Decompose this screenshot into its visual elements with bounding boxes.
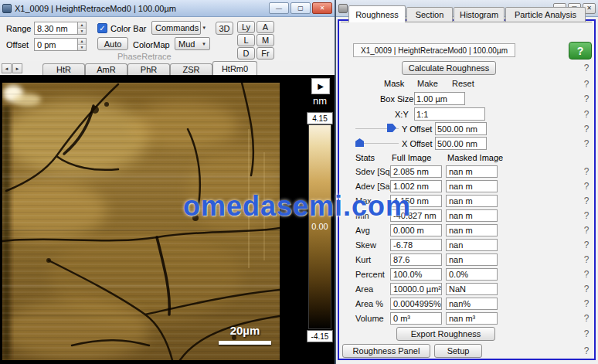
minimize-button[interactable]: —	[269, 2, 289, 14]
commands-dropdown[interactable]: Commands ▼	[151, 21, 201, 35]
source-selector[interactable]: X1_0009 | HeightRetraceMod0 | 100.00µm	[353, 43, 515, 57]
auto-button[interactable]: Auto	[97, 37, 128, 50]
help-icon[interactable]: ?	[581, 94, 592, 104]
stat-masked-value: nan m	[446, 165, 498, 178]
spin-down-icon[interactable]: ▼	[78, 45, 86, 50]
help-icon[interactable]: ?	[581, 225, 592, 236]
spin-up-icon[interactable]: ▲	[78, 22, 86, 29]
maximize-button[interactable]: ▢	[291, 2, 311, 14]
offset-input[interactable]: 0 pm ▲ ▼	[34, 38, 87, 51]
colormap-value: Mud	[178, 39, 195, 49]
tab-htr[interactable]: HtR	[42, 63, 85, 75]
a-button[interactable]: A	[257, 21, 274, 33]
colorbar-max-field[interactable]: 4.15	[307, 112, 333, 124]
help-icon[interactable]: ?	[581, 166, 592, 177]
x-offset-input[interactable]: 500.00 nm	[435, 137, 487, 150]
stat-masked-value: nan%	[446, 298, 498, 310]
stat-row-area-percent: Area % 0.0004995% nan% ?	[336, 298, 594, 311]
range-spinner: ▲ ▼	[77, 22, 86, 34]
stat-full-value: 2.085 nm	[390, 165, 442, 178]
window-icon	[338, 4, 348, 13]
help-icon[interactable]: ?	[581, 313, 592, 324]
play-button[interactable]: ▶	[311, 78, 330, 94]
color-bar-checkbox[interactable]: ✓	[97, 23, 107, 33]
help-icon[interactable]: ?	[581, 328, 592, 339]
box-size-input[interactable]: 1.00 µm	[414, 92, 465, 105]
help-icon[interactable]: ?	[581, 284, 592, 294]
color-bar-label: Color Bar	[110, 24, 146, 33]
colorbar-mid-label: 0.00	[308, 222, 331, 231]
help-icon[interactable]: ?	[581, 63, 592, 73]
offset-spinner: ▲ ▼	[77, 39, 86, 50]
y-offset-input[interactable]: 500.00 nm	[435, 122, 487, 135]
image-window: X1_0009 | HeightRetraceMod0 | 100.00µm —…	[0, 0, 335, 364]
range-label: Range	[6, 24, 31, 33]
roughness-panel-button[interactable]: Roughness Panel	[342, 344, 430, 358]
range-input[interactable]: 8.30 nm ▲ ▼	[34, 22, 87, 35]
offset-value: 0 pm	[35, 39, 77, 50]
make-button[interactable]: Make	[417, 79, 438, 88]
stat-label: Area	[355, 284, 373, 294]
stat-row-percent: Percent 100.0% 0.0% ?	[336, 268, 594, 281]
stat-row-area: Area 10000.0 µm² NaN ?	[336, 283, 594, 296]
d-button[interactable]: D	[237, 47, 255, 60]
help-icon[interactable]: ?	[581, 181, 592, 192]
tab-histogram[interactable]: Histogram	[454, 7, 505, 22]
panel-help-button[interactable]: ?	[569, 42, 592, 60]
ly-button[interactable]: Ly	[237, 21, 255, 33]
image-window-titlebar[interactable]: X1_0009 | HeightRetraceMod0 | 100.00µm —…	[0, 0, 335, 17]
check-icon: ✓	[99, 24, 105, 32]
full-image-header: Full Image	[392, 153, 431, 162]
calculate-roughness-button[interactable]: Calculate Roughness	[402, 61, 496, 75]
commands-label: Commands	[155, 23, 199, 32]
stat-label: Volume	[355, 314, 384, 323]
stat-row-skew: Skew -6.78 nan ?	[336, 239, 594, 252]
m-button[interactable]: M	[257, 34, 274, 46]
xy-input[interactable]: 1:1	[414, 107, 485, 121]
help-icon[interactable]: ?	[581, 109, 592, 120]
l-button[interactable]: L	[237, 34, 255, 46]
spin-up-icon[interactable]: ▲	[78, 39, 86, 45]
stat-label: Skew	[355, 240, 376, 250]
tab-htrm0[interactable]: HtRm0	[212, 61, 257, 75]
stat-full-value: 100.0%	[390, 268, 442, 281]
colorbar-min-field[interactable]: -4.15	[307, 330, 333, 342]
help-icon[interactable]: ?	[581, 254, 592, 265]
stat-masked-value: nan m³	[446, 312, 498, 325]
image-tab-bar: ◄ ► HtR AmR PhR ZSR HtRm0	[0, 61, 335, 75]
masked-image-header: Masked Image	[447, 153, 503, 162]
colormap-label: ColorMap	[133, 40, 170, 49]
spin-down-icon[interactable]: ▼	[78, 29, 86, 34]
tab-zsr[interactable]: ZSR	[170, 63, 212, 75]
window-icon	[2, 4, 12, 13]
setup-button[interactable]: Setup	[434, 344, 482, 358]
help-icon[interactable]: ?	[581, 210, 592, 221]
help-icon[interactable]: ?	[581, 298, 592, 309]
reset-button[interactable]: Reset	[452, 79, 474, 88]
help-icon[interactable]: ?	[581, 79, 592, 90]
tab-nav-right-icon[interactable]: ►	[12, 63, 22, 73]
fr-button[interactable]: Fr	[257, 47, 274, 60]
tab-particle-analysis[interactable]: Particle Analysis	[505, 7, 586, 22]
help-icon[interactable]: ?	[581, 138, 592, 149]
3d-button[interactable]: 3D	[216, 22, 233, 35]
help-icon[interactable]: ?	[581, 345, 592, 356]
help-icon[interactable]: ?	[581, 269, 592, 280]
chevron-down-icon: ▼	[202, 42, 206, 46]
tab-section[interactable]: Section	[406, 7, 453, 22]
tab-roughness[interactable]: Roughness	[348, 5, 406, 22]
tab-nav-left-icon[interactable]: ◄	[2, 63, 12, 73]
stat-row-volume: Volume 0 m³ nan m³ ?	[336, 312, 594, 325]
stats-header: Stats	[355, 153, 375, 162]
stat-full-value: 10000.0 µm²	[390, 283, 442, 295]
help-icon[interactable]: ?	[581, 240, 592, 250]
help-icon[interactable]: ?	[581, 124, 592, 134]
stat-masked-value: nan m	[446, 195, 498, 207]
close-button[interactable]: ✕	[312, 2, 332, 14]
help-icon[interactable]: ?	[581, 196, 592, 206]
tab-phr[interactable]: PhR	[127, 63, 170, 75]
tab-amr[interactable]: AmR	[85, 63, 127, 75]
colormap-dropdown[interactable]: Mud ▼	[175, 37, 210, 50]
stat-masked-value: NaN	[446, 283, 498, 295]
export-roughness-button[interactable]: Export Roughness	[396, 327, 495, 341]
